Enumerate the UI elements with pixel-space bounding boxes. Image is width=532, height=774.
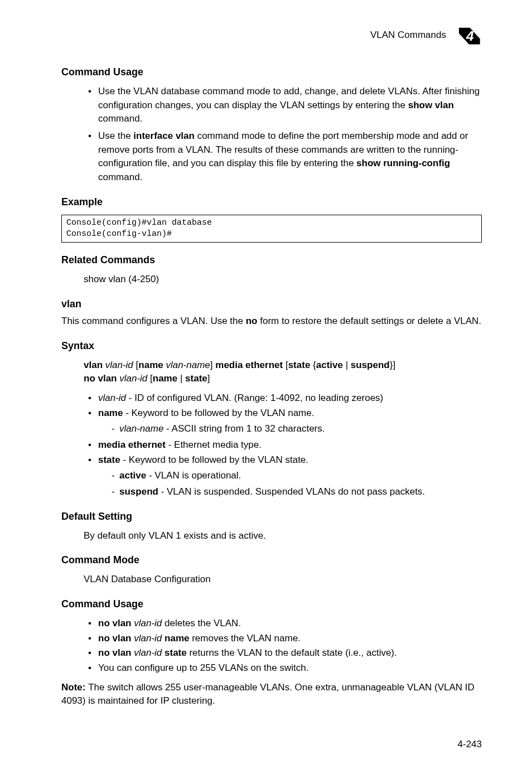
- related-commands-text: show vlan (4-250): [84, 273, 482, 287]
- text: removes the VLAN name.: [189, 633, 300, 644]
- syntax-params-list: vlan-id - ID of configured VLAN. (Range:…: [88, 391, 482, 499]
- kw: state: [98, 454, 120, 465]
- command-mode-heading: Command Mode: [61, 553, 482, 567]
- note-label: Note:: [61, 682, 88, 693]
- text: form to restore the default settings or …: [257, 316, 481, 326]
- text: - Keyword to be followed by the VLAN sta…: [120, 454, 308, 465]
- chapter-number-text: 4: [466, 28, 474, 43]
- example-heading: Example: [61, 195, 482, 209]
- usage2-bullet-1: no vlan vlan-id deletes the VLAN.: [88, 617, 482, 631]
- command-usage-heading: Command Usage: [61, 65, 482, 79]
- kw: media ethernet: [215, 360, 283, 370]
- syntax-lines: vlan vlan-id [name vlan-name] media ethe…: [84, 359, 482, 386]
- command-usage-2-heading: Command Usage: [61, 597, 482, 611]
- kw: media ethernet: [98, 439, 166, 450]
- kw: vlan: [84, 360, 105, 370]
- text: returns the VLAN to the default state (i…: [187, 647, 397, 658]
- param-name: name - Keyword to be followed by the VLA…: [88, 407, 482, 436]
- text: {: [310, 360, 316, 370]
- kw: suspend: [119, 486, 158, 497]
- kw: name: [165, 633, 189, 644]
- bold-interface-vlan: interface vlan: [133, 130, 195, 141]
- bold-no: no: [246, 316, 258, 326]
- param-state: state - Keyword to be followed by the VL…: [88, 453, 482, 499]
- var: vlan-id: [105, 360, 133, 370]
- text: }]: [390, 360, 395, 370]
- kw: state: [165, 647, 187, 658]
- text: |: [177, 373, 185, 384]
- var: vlan-name: [166, 360, 210, 370]
- text: - VLAN is operational.: [146, 470, 241, 481]
- bold-show-vlan: show vlan: [408, 100, 454, 110]
- syntax-heading: Syntax: [61, 338, 482, 353]
- command-mode-text: VLAN Database Configuration: [84, 573, 482, 587]
- kw: name: [153, 373, 177, 384]
- command-usage-list: Use the VLAN database command mode to ad…: [88, 85, 482, 184]
- var: vlan-id: [119, 373, 147, 384]
- usage2-bullet-4: You can configure up to 255 VLANs on the…: [88, 661, 482, 675]
- text: - ID of configured VLAN. (Range: 1-4092,…: [126, 393, 383, 403]
- example-code: Console(config)#vlan database Console(co…: [61, 215, 482, 243]
- note-block: Note: The switch allows 255 user-managea…: [61, 681, 482, 708]
- text: - VLAN is suspended. Suspended VLANs do …: [158, 486, 425, 497]
- bold-show-running-config: show running-config: [356, 158, 450, 168]
- page-number: 4-243: [458, 738, 482, 752]
- text: [: [283, 360, 288, 370]
- var: vlan-id: [98, 393, 126, 403]
- command-usage-2-list: no vlan vlan-id deletes the VLAN. no vla…: [88, 617, 482, 675]
- param-state-sublist: active - VLAN is operational. suspend - …: [112, 469, 482, 499]
- syntax-line-1: vlan vlan-id [name vlan-name] media ethe…: [84, 359, 482, 373]
- kw: active: [316, 360, 343, 370]
- kw: state: [185, 373, 207, 384]
- text: ]: [207, 373, 210, 384]
- usage-bullet-1: Use the VLAN database command mode to ad…: [88, 85, 482, 126]
- kw: name: [98, 408, 123, 418]
- usage2-bullet-2: no vlan vlan-id name removes the VLAN na…: [88, 632, 482, 646]
- param-vlan-id: vlan-id - ID of configured VLAN. (Range:…: [88, 391, 482, 405]
- kw: name: [138, 360, 166, 370]
- text: command.: [98, 172, 142, 182]
- text: - ASCII string from 1 to 32 characters.: [163, 423, 325, 434]
- text: - Ethernet media type.: [166, 439, 262, 450]
- text: |: [343, 360, 351, 370]
- vlan-command-name: vlan: [61, 297, 482, 311]
- param-state-suspend: suspend - VLAN is suspended. Suspended V…: [112, 485, 482, 499]
- text: command.: [98, 113, 142, 124]
- kw: active: [119, 470, 146, 481]
- param-name-sublist: vlan-name - ASCII string from 1 to 32 ch…: [112, 422, 482, 436]
- chapter-number-icon: 4: [456, 22, 482, 48]
- param-media-ethernet: media ethernet - Ethernet media type.: [88, 438, 482, 452]
- var: vlan-name: [119, 423, 163, 434]
- param-state-active: active - VLAN is operational.: [112, 469, 482, 483]
- kw: state: [288, 360, 311, 370]
- text: ]: [210, 360, 215, 370]
- text: [: [147, 373, 152, 384]
- default-setting-heading: Default Setting: [61, 509, 482, 524]
- kw: no vlan: [84, 373, 119, 384]
- default-setting-text: By default only VLAN 1 exists and is act…: [84, 529, 482, 543]
- kw: no vlan: [98, 618, 134, 628]
- note-text: The switch allows 255 user-manageable VL…: [61, 682, 475, 707]
- section-title: VLAN Commands: [370, 28, 446, 42]
- usage2-bullet-3: no vlan vlan-id state returns the VLAN t…: [88, 646, 482, 660]
- param-vlan-name: vlan-name - ASCII string from 1 to 32 ch…: [112, 422, 482, 436]
- text: Use the: [98, 130, 133, 141]
- text: - Keyword to be followed by the VLAN nam…: [123, 408, 314, 418]
- syntax-line-2: no vlan vlan-id [name | state]: [84, 372, 482, 386]
- kw: no vlan: [98, 647, 134, 658]
- page-header: VLAN Commands 4: [61, 22, 482, 48]
- vlan-command-description: This command configures a VLAN. Use the …: [61, 315, 482, 328]
- var: vlan-id: [134, 647, 165, 658]
- var: vlan-id: [134, 618, 162, 628]
- kw: no vlan: [98, 633, 134, 644]
- kw: suspend: [351, 360, 390, 370]
- usage-bullet-2: Use the interface vlan command mode to d…: [88, 129, 482, 185]
- text: deletes the VLAN.: [162, 618, 241, 628]
- text: You can configure up to 255 VLANs on the…: [98, 662, 308, 673]
- text: [: [133, 360, 138, 370]
- var: vlan-id: [134, 633, 165, 644]
- text: This command configures a VLAN. Use the: [61, 316, 246, 326]
- related-commands-heading: Related Commands: [61, 253, 482, 267]
